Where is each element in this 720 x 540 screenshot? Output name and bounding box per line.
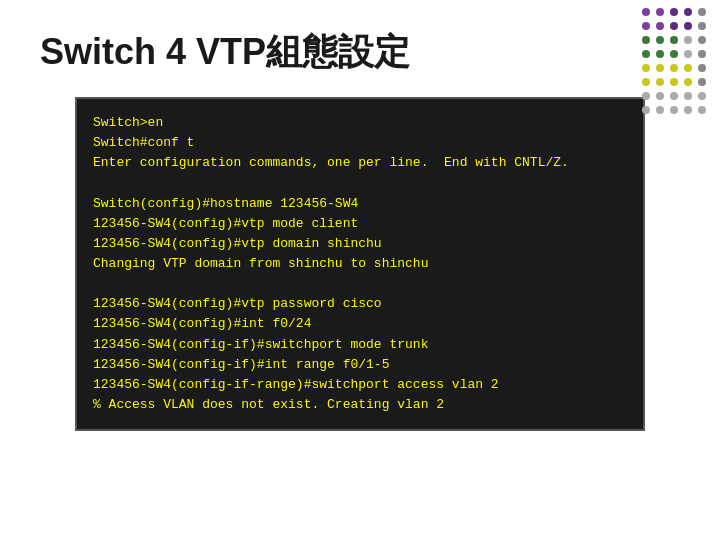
dot-14 — [698, 36, 706, 44]
dot-1 — [656, 8, 664, 16]
dot-35 — [642, 106, 650, 114]
terminal-output: Switch>en Switch#conf t Enter configurat… — [93, 113, 627, 415]
dot-9 — [698, 22, 706, 30]
dot-29 — [698, 78, 706, 86]
dot-16 — [656, 50, 664, 58]
dot-32 — [670, 92, 678, 100]
dot-8 — [684, 22, 692, 30]
dot-36 — [656, 106, 664, 114]
dot-27 — [670, 78, 678, 86]
dot-6 — [656, 22, 664, 30]
dot-3 — [684, 8, 692, 16]
dot-2 — [670, 8, 678, 16]
dot-26 — [656, 78, 664, 86]
page-container: Switch 4 VTP組態設定 Switch>en Switch#conf t… — [0, 0, 720, 540]
title-area: Switch 4 VTP組態設定 — [0, 0, 720, 97]
page-title: Switch 4 VTP組態設定 — [40, 28, 680, 77]
dot-20 — [642, 64, 650, 72]
dot-28 — [684, 78, 692, 86]
dot-38 — [684, 106, 692, 114]
dot-7 — [670, 22, 678, 30]
dot-4 — [698, 8, 706, 16]
dot-22 — [670, 64, 678, 72]
dot-25 — [642, 78, 650, 86]
dot-30 — [642, 92, 650, 100]
dot-13 — [684, 36, 692, 44]
dot-10 — [642, 36, 650, 44]
dot-18 — [684, 50, 692, 58]
dot-17 — [670, 50, 678, 58]
dot-39 — [698, 106, 706, 114]
dot-33 — [684, 92, 692, 100]
dot-34 — [698, 92, 706, 100]
dot-23 — [684, 64, 692, 72]
dot-0 — [642, 8, 650, 16]
dot-11 — [656, 36, 664, 44]
terminal-container: Switch>en Switch#conf t Enter configurat… — [75, 97, 645, 431]
dot-19 — [698, 50, 706, 58]
dot-15 — [642, 50, 650, 58]
dot-31 — [656, 92, 664, 100]
dot-12 — [670, 36, 678, 44]
dot-5 — [642, 22, 650, 30]
dot-21 — [656, 64, 664, 72]
dot-grid-decoration — [642, 8, 710, 118]
dot-24 — [698, 64, 706, 72]
dot-37 — [670, 106, 678, 114]
